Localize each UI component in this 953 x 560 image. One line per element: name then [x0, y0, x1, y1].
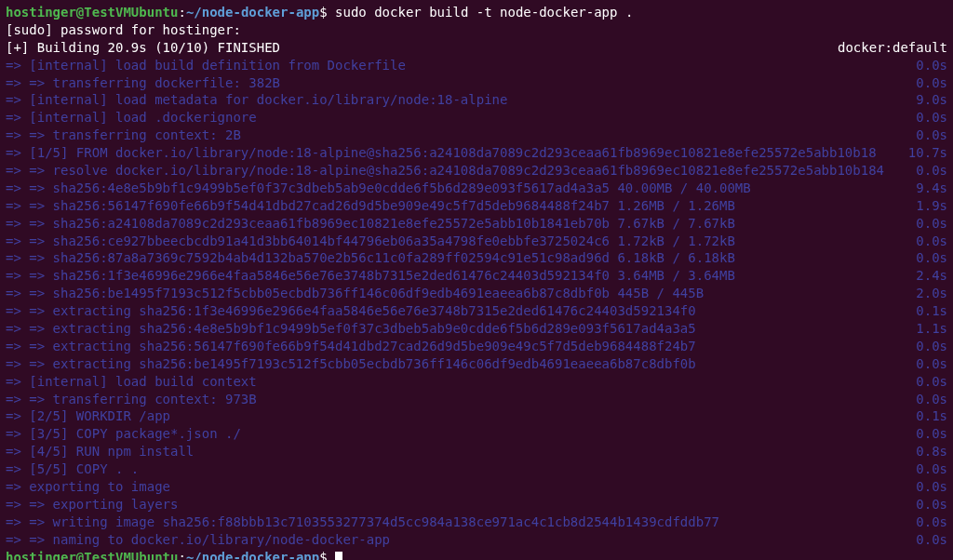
build-step-time: 1.9s — [906, 197, 947, 215]
build-step-row: => => transferring dockerfile: 382B0.0s — [6, 74, 947, 92]
prompt-path: ~/node-docker-app — [186, 5, 319, 20]
build-step-text: => => extracting sha256:be1495f7193c512f… — [6, 355, 696, 373]
build-step-time: 10.7s — [899, 144, 947, 162]
build-step-text: => => resolve docker.io/library/node:18-… — [6, 162, 884, 180]
build-step-time: 0.0s — [906, 338, 947, 355]
build-step-row: => => extracting sha256:4e8e5b9bf1c9499b… — [6, 320, 947, 338]
build-step-time: 0.0s — [906, 355, 947, 373]
prompt-path: ~/node-docker-app — [186, 550, 319, 560]
build-step-text: => [2/5] WORKDIR /app — [6, 407, 170, 425]
build-step-row: => [3/5] COPY package*.json ./0.0s — [6, 425, 947, 443]
entered-command: sudo docker build -t node-docker-app . — [335, 5, 633, 20]
build-step-text: => [3/5] COPY package*.json ./ — [6, 425, 241, 443]
terminal-output[interactable]: hostinger@TestVMUbuntu:~/node-docker-app… — [6, 4, 947, 560]
prompt-user: hostinger@TestVMUbuntu — [6, 550, 178, 560]
build-step-time: 0.0s — [906, 425, 947, 443]
command-line: hostinger@TestVMUbuntu:~/node-docker-app… — [6, 4, 947, 21]
build-step-text: => => sha256:87a8a7369c7592b4ab4d132ba57… — [6, 249, 735, 267]
build-step-row: => => transferring context: 2B0.0s — [6, 127, 947, 144]
build-step-row: => => extracting sha256:1f3e46996e2966e4… — [6, 302, 947, 320]
build-step-row: => [internal] load .dockerignore0.0s — [6, 109, 947, 127]
build-step-row: => => sha256:87a8a7369c7592b4ab4d132ba57… — [6, 249, 947, 267]
build-step-time: 0.1s — [906, 407, 947, 425]
build-step-text: => => writing image sha256:f88bbb13c7103… — [6, 513, 719, 531]
build-step-row: => [internal] load build context0.0s — [6, 373, 947, 391]
build-step-time: 0.1s — [906, 302, 947, 320]
build-step-row: => => sha256:1f3e46996e2966e4faa5846e56e… — [6, 267, 947, 285]
prompt-user: hostinger@TestVMUbuntu — [6, 5, 178, 20]
build-step-time: 0.0s — [906, 233, 947, 250]
build-step-time: 2.0s — [906, 285, 947, 302]
build-step-time: 0.8s — [906, 443, 947, 460]
build-step-row: => => transferring context: 973B0.0s — [6, 391, 947, 408]
build-step-row: => => sha256:ce927bbeecbcdb91a41d3bb6401… — [6, 233, 947, 250]
build-step-text: => [internal] load .dockerignore — [6, 109, 257, 127]
build-step-text: => [internal] load build context — [6, 373, 257, 391]
build-step-text: => [4/5] RUN npm install — [6, 443, 194, 460]
build-step-row: => [internal] load metadata for docker.i… — [6, 91, 947, 109]
build-step-time: 0.0s — [906, 215, 947, 233]
build-step-row: => [5/5] COPY . .0.0s — [6, 460, 947, 478]
build-step-time: 0.0s — [906, 109, 947, 127]
build-step-text: => => sha256:a24108da7089c2d293ceaa61fb8… — [6, 215, 735, 233]
build-status-right: docker:default — [838, 39, 947, 57]
build-step-text: => => extracting sha256:1f3e46996e2966e4… — [6, 302, 696, 320]
build-step-text: => => naming to docker.io/library/node-d… — [6, 531, 390, 549]
build-step-text: => => sha256:56147f690fe66b9f54d41dbd27c… — [6, 197, 735, 215]
build-step-text: => => extracting sha256:56147f690fe66b9f… — [6, 338, 696, 355]
build-step-text: => [internal] load build definition from… — [6, 57, 406, 74]
build-step-row: => => extracting sha256:be1495f7193c512f… — [6, 355, 947, 373]
build-step-time: 2.4s — [906, 267, 947, 285]
build-step-row: => => sha256:56147f690fe66b9f54d41dbd27c… — [6, 197, 947, 215]
build-step-time: 0.0s — [906, 496, 947, 513]
build-step-row: => => sha256:a24108da7089c2d293ceaa61fb8… — [6, 215, 947, 233]
build-step-text: => => transferring dockerfile: 382B — [6, 74, 280, 92]
build-status-left: [+] Building 20.9s (10/10) FINISHED — [6, 39, 280, 57]
build-step-time: 0.0s — [906, 478, 947, 496]
build-step-row: => => naming to docker.io/library/node-d… — [6, 531, 947, 549]
build-step-row: => [2/5] WORKDIR /app0.1s — [6, 407, 947, 425]
build-step-time: 0.0s — [906, 57, 947, 74]
prompt-sep: : — [178, 550, 185, 560]
cursor-icon — [335, 552, 342, 560]
build-step-text: => => transferring context: 2B — [6, 127, 241, 144]
build-step-row: => => writing image sha256:f88bbb13c7103… — [6, 513, 947, 531]
build-step-text: => [1/5] FROM docker.io/library/node:18-… — [6, 144, 877, 162]
prompt-dollar: $ — [319, 550, 335, 560]
build-step-row: => exporting to image0.0s — [6, 478, 947, 496]
build-step-time: 0.0s — [906, 249, 947, 267]
build-step-time: 9.0s — [906, 91, 947, 109]
build-step-time: 0.0s — [906, 513, 947, 531]
build-step-text: => => transferring context: 973B — [6, 391, 257, 408]
build-step-row: => => sha256:be1495f7193c512f5cbb05ecbdb… — [6, 285, 947, 302]
build-step-row: => => extracting sha256:56147f690fe66b9f… — [6, 338, 947, 355]
build-step-text: => [internal] load metadata for docker.i… — [6, 91, 507, 109]
build-step-row: => [internal] load build definition from… — [6, 57, 947, 74]
build-output: => [internal] load build definition from… — [6, 57, 947, 549]
build-step-row: => [4/5] RUN npm install0.8s — [6, 443, 947, 460]
build-step-text: => => sha256:1f3e46996e2966e4faa5846e56e… — [6, 267, 735, 285]
build-step-time: 0.0s — [906, 531, 947, 549]
build-step-text: => => exporting layers — [6, 496, 178, 513]
build-step-time: 0.0s — [906, 162, 947, 180]
build-step-time: 0.0s — [906, 373, 947, 391]
prompt-dollar: $ — [319, 5, 335, 20]
sudo-prompt: [sudo] password for hostinger: — [6, 21, 947, 39]
build-step-row: => [1/5] FROM docker.io/library/node:18-… — [6, 144, 947, 162]
build-step-time: 1.1s — [906, 320, 947, 338]
prompt-sep: : — [178, 5, 185, 20]
build-step-time: 9.4s — [906, 180, 947, 197]
build-step-text: => => sha256:4e8e5b9bf1c9499b5ef0f37c3db… — [6, 180, 751, 197]
build-step-time: 0.0s — [906, 391, 947, 408]
prompt-ready: hostinger@TestVMUbuntu:~/node-docker-app… — [6, 549, 947, 560]
build-step-text: => => sha256:ce927bbeecbcdb91a41d3bb6401… — [6, 233, 735, 250]
build-step-text: => => extracting sha256:4e8e5b9bf1c9499b… — [6, 320, 696, 338]
build-step-time: 0.0s — [906, 460, 947, 478]
build-step-row: => => sha256:4e8e5b9bf1c9499b5ef0f37c3db… — [6, 180, 947, 197]
build-step-row: => => exporting layers0.0s — [6, 496, 947, 513]
build-step-text: => exporting to image — [6, 478, 170, 496]
build-step-text: => [5/5] COPY . . — [6, 460, 139, 478]
build-status-line: [+] Building 20.9s (10/10) FINISHED dock… — [6, 39, 947, 57]
build-step-time: 0.0s — [906, 74, 947, 92]
build-step-time: 0.0s — [906, 127, 947, 144]
